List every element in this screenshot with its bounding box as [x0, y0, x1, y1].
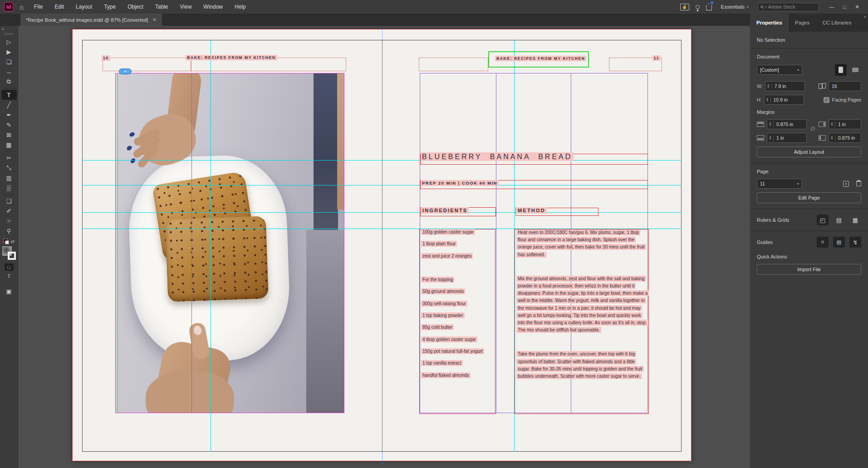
ingredient-item[interactable]: 150g pot natural full-fat yogurt [421, 349, 498, 361]
pasteboard[interactable]: ∞ 10 BAKE: RECIPES FROM MY KITCHEN [18, 26, 750, 468]
learn-lightbulb-icon[interactable] [696, 5, 700, 9]
maximize-button[interactable]: □ [838, 0, 851, 14]
menu-type[interactable]: Type [98, 0, 122, 14]
zoom-tool[interactable]: ⚲ [1, 226, 17, 236]
margin-top-field[interactable]: ▲▼ 0.875 in [767, 119, 807, 129]
linked-image-badge[interactable]: ∞ [119, 68, 132, 74]
gradient-feather-tool[interactable]: ▒ [1, 183, 17, 193]
ingredient-item[interactable]: 300g self-raising flour [421, 301, 498, 313]
height-stepper[interactable]: ▲▼ [765, 97, 771, 103]
ingredients-header[interactable]: INGREDIENTS [421, 208, 469, 213]
ingredient-item[interactable]: 1 tsp vanilla extract [421, 361, 498, 372]
method-paragraph[interactable]: Heat oven to 200C/180C fan/gas 6. Mix pl… [516, 229, 648, 258]
ingredient-item[interactable]: 1 tsp baking powder [421, 313, 498, 325]
width-stepper[interactable]: ▲▼ [765, 83, 772, 89]
minimize-button[interactable]: — [825, 0, 838, 14]
page-count-field[interactable]: 16 [829, 81, 861, 91]
guide-green-vertical[interactable] [118, 73, 118, 413]
method-paragraph[interactable]: Mix the ground almonds, zest and flour w… [516, 275, 648, 334]
direct-selection-tool[interactable]: ▶ [1, 47, 17, 57]
pen-tool[interactable]: ✒ [1, 110, 17, 120]
panel-tab-properties[interactable]: Properties [750, 14, 789, 32]
menu-view[interactable]: View [174, 0, 198, 14]
show-guides-button[interactable]: ⌗ [817, 237, 829, 248]
lock-guides-button[interactable]: ⊞ [833, 237, 845, 248]
ingredient-item[interactable]: handful flaked almonds [421, 373, 498, 385]
recipe-meta[interactable]: PREP 20 MIN | COOK 40 MIN [421, 180, 499, 185]
method-paragraph[interactable]: Take the plums from the oven, uncover, t… [516, 351, 648, 380]
note-tool[interactable]: ❑ [1, 196, 17, 206]
ingredient-item[interactable]: 50g ground almonds [421, 289, 498, 301]
ingredient-item[interactable]: For the topping [421, 277, 498, 289]
margin-right-field[interactable]: ▲▼ 1 in [829, 119, 861, 129]
document-tab[interactable]: *Recipe Book_without images.indd @ 87% [… [20, 14, 162, 26]
screen-mode-button[interactable]: ▣ [1, 286, 17, 296]
ingredient-item[interactable] [421, 265, 498, 277]
panel-collapse-icon[interactable]: » [864, 15, 866, 19]
height-field[interactable]: ▲▼ 10.9 in [764, 95, 804, 105]
home-icon[interactable]: ⌂ [20, 3, 24, 11]
ingredient-item[interactable]: 4 tbsp golden caster sugar [421, 337, 498, 349]
orientation-landscape-button[interactable] [849, 64, 861, 76]
show-rulers-button[interactable]: ◰ [817, 214, 829, 225]
formatting-affects-text-button[interactable]: T [5, 273, 14, 280]
swap-fill-stroke-icon[interactable]: ⇄ [10, 239, 14, 244]
column-guide[interactable] [191, 73, 192, 413]
baseline-grid-button[interactable]: ▤ [833, 214, 845, 225]
facing-pages-checkbox[interactable]: ✓ [824, 97, 829, 103]
frame-tool[interactable]: ⊠ [1, 130, 17, 140]
stroke-swatch[interactable] [8, 252, 16, 260]
add-page-icon[interactable]: + [843, 181, 849, 187]
document-tab-close-icon[interactable]: ✕ [152, 17, 156, 22]
adobe-stock-search-input[interactable]: ⚲ ▾ Adobe Stock [758, 3, 819, 11]
ingredients-list[interactable]: 100g golden caster sugar1 tbsp plain flo… [421, 229, 498, 385]
document-preset-select[interactable]: [Custom] ▾ [757, 65, 802, 75]
gradient-swatch-tool[interactable]: ▥ [1, 173, 17, 183]
ingredient-item[interactable]: zest and juice 2 oranges [421, 253, 498, 265]
content-collector-tool[interactable]: ⧉ [1, 77, 17, 87]
default-fill-stroke-icon[interactable]: ⁄ [3, 239, 9, 244]
hand-tool[interactable]: ☞ [1, 216, 17, 226]
margin-left-field[interactable]: ▲▼ 0.875 in [829, 133, 861, 143]
page-tool[interactable]: ❏ [1, 57, 17, 67]
selection-tool[interactable]: ▷ [1, 37, 17, 47]
menu-file[interactable]: File [28, 0, 49, 14]
menu-window[interactable]: Window [197, 0, 229, 14]
line-tool[interactable]: ╱ [1, 100, 17, 110]
margin-bottom-field[interactable]: ▲▼ 1 in [767, 133, 807, 143]
adjust-layout-button[interactable]: Adjust Layout [757, 146, 861, 157]
toolbar-expand-icon[interactable]: » [0, 26, 6, 32]
method-header[interactable]: METHOD [516, 208, 547, 213]
right-folio[interactable]: 11 [641, 56, 661, 60]
import-file-button[interactable]: Import File [757, 264, 861, 275]
menu-object[interactable]: Object [122, 0, 149, 14]
delete-page-icon[interactable] [856, 181, 861, 186]
menu-help[interactable]: Help [229, 0, 252, 14]
menu-table[interactable]: Table [149, 0, 174, 14]
ingredient-item[interactable]: 100g golden caster sugar [421, 229, 498, 241]
panel-tab-cc-libraries[interactable]: CC Libraries [816, 14, 858, 32]
rectangle-tool[interactable]: ▦ [1, 140, 17, 150]
gpu-performance-icon[interactable]: ☝ [680, 4, 689, 10]
scissors-tool[interactable]: ✂ [1, 153, 17, 163]
page-number-select[interactable]: 11 ▾ [757, 179, 802, 189]
ingredient-item[interactable]: 1 tbsp plain flour [421, 241, 498, 253]
selected-header-frame[interactable] [488, 51, 589, 68]
eyedropper-tool[interactable]: ✐ [1, 206, 17, 216]
menu-edit[interactable]: Edit [49, 0, 70, 14]
gap-tool[interactable]: ↔ [1, 67, 17, 77]
edit-page-button[interactable]: Edit Page [757, 192, 861, 203]
free-transform-tool[interactable]: ⤡ [1, 163, 17, 173]
width-field[interactable]: ▲▼ 7.9 in [765, 81, 805, 91]
document-grid-button[interactable]: ▦ [849, 214, 861, 225]
ingredient-item[interactable]: 85g cold butter [421, 325, 498, 336]
menu-layout[interactable]: Layout [70, 0, 98, 14]
guide-cyan-vertical[interactable] [211, 40, 211, 452]
formatting-affects-container-button[interactable]: □ [5, 263, 14, 271]
panel-tab-pages[interactable]: Pages [789, 14, 816, 32]
recipe-photo-frame[interactable] [115, 73, 344, 413]
toolbar-grip[interactable]: iiiiiiii [4, 32, 13, 35]
type-tool[interactable]: T [1, 90, 17, 100]
pencil-tool[interactable]: ✎ [1, 120, 17, 130]
left-folio[interactable]: 10 [102, 56, 110, 60]
